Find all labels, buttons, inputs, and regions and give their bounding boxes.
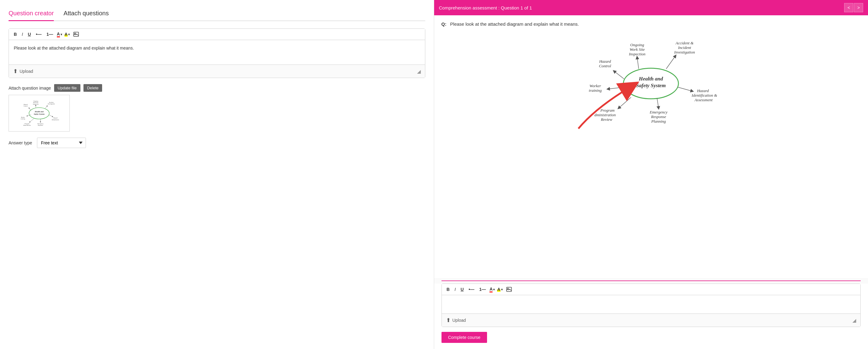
answer-type-label: Answer type [8,140,32,145]
answer-section: B I U •— 1— A ▾ A ▾ [434,284,868,349]
svg-text:Ongoing: Ongoing [630,42,645,47]
svg-line-32 [666,56,675,69]
svg-text:Admin Review: Admin Review [23,124,31,126]
answer-numbered-button[interactable]: 1— [478,286,487,292]
svg-text:Health and: Health and [35,110,44,112]
font-color-button[interactable]: A ▾ [57,31,62,37]
numbered-button[interactable]: 1— [45,31,55,37]
svg-text:Incident: Incident [678,45,691,50]
svg-text:Inspection: Inspection [33,104,39,105]
tabs-container: Question creator Attach questions [8,7,425,21]
question-content: Please look at the attached diagram and … [450,21,579,27]
diagram-container: Health and Safety System Hazard Control … [441,31,861,136]
highlight-button[interactable]: A ▾ [64,32,70,37]
highlight-chevron: ▾ [68,33,70,36]
svg-line-34 [678,87,692,91]
update-file-button[interactable]: Update file [54,84,81,92]
tab-attach-questions[interactable]: Attach questions [64,7,109,21]
answer-editor-content[interactable] [442,295,861,314]
assessment-header: Comprehension assessment : Question 1 of… [434,0,868,15]
svg-text:training: training [21,118,25,119]
svg-text:Hazard: Hazard [697,88,709,93]
svg-text:Assessment: Assessment [694,97,713,102]
svg-line-5 [29,108,31,110]
attach-label-text: Attach question image [8,86,51,91]
svg-text:Control: Control [24,105,28,107]
answer-font-color-chevron: ▾ [493,288,495,291]
prev-arrow-button[interactable]: < [844,3,853,12]
underline-button[interactable]: U [27,31,32,37]
svg-text:Identification: Identification [51,119,59,120]
bullets-button[interactable]: •— [35,31,43,37]
complete-course-button[interactable]: Complete course [441,332,487,343]
svg-text:Response: Response [651,114,666,119]
answer-bullets-button[interactable]: •— [467,286,476,292]
svg-text:Worker: Worker [589,84,601,88]
svg-text:Accident &: Accident & [675,41,694,45]
mini-diagram-svg: Health and Safety System Hazard Control [10,96,68,131]
svg-text:Incident: Incident [49,101,54,103]
svg-text:Emergency: Emergency [649,110,668,114]
divider-line [441,281,861,281]
svg-text:Emergency: Emergency [37,123,44,124]
svg-text:Inspection: Inspection [629,52,645,56]
question-image-thumbnail: Health and Safety System Hazard Control [8,95,70,132]
answer-type-select[interactable]: Free text Multiple choice True/False [37,138,86,148]
svg-text:Safety System: Safety System [34,113,44,115]
svg-text:Identification &: Identification & [691,93,718,97]
editor-toolbar: B I U •— 1— A ▾ A ▾ [9,29,425,40]
left-panel: Question creator Attach questions B I U … [0,0,434,349]
question-editor-box: B I U •— 1— A ▾ A ▾ Please look at [8,28,425,78]
svg-text:Response: Response [38,124,43,126]
svg-text:training: training [589,88,602,93]
next-arrow-button[interactable]: > [854,3,863,12]
right-panel: Comprehension assessment : Question 1 of… [434,0,868,349]
answer-editor-toolbar: B I U •— 1— A ▾ A ▾ [442,284,861,295]
nav-arrows: < > [844,3,863,12]
svg-line-33 [608,87,624,89]
answer-bold-button[interactable]: B [445,286,451,292]
svg-text:Hazard: Hazard [599,59,611,64]
delete-file-button[interactable]: Delete [84,84,102,92]
bold-button[interactable]: B [12,31,18,37]
image-insert-button[interactable] [72,31,80,37]
assessment-title: Comprehension assessment : Question 1 of… [439,5,532,10]
svg-text:Worker: Worker [21,116,25,118]
question-area: Q: Please look at the attached diagram a… [434,15,868,278]
answer-upload-button[interactable]: ⬆ Upload [446,317,466,324]
main-diagram-svg: Health and Safety System Hazard Control … [571,38,731,129]
resize-handle[interactable]: ◢ [417,68,421,74]
svg-text:Control: Control [599,64,611,68]
svg-text:dministration: dministration [594,113,616,117]
answer-upload-icon: ⬆ [446,317,451,324]
answer-highlight-button[interactable]: A ▾ [497,287,502,292]
question-editor-content[interactable]: Please look at the attached diagram and … [9,40,425,64]
answer-type-row: Answer type Free text Multiple choice Tr… [8,138,425,148]
svg-text:Investigation: Investigation [48,103,55,105]
upload-bar: ⬆ Upload ◢ [9,64,425,78]
upload-button[interactable]: ⬆ Upload [13,68,33,75]
answer-highlight-chevron: ▾ [501,288,503,291]
svg-line-31 [637,58,639,69]
answer-upload-bar: ⬆ Upload ◢ [442,314,861,327]
answer-resize-handle[interactable]: ◢ [852,318,856,323]
answer-font-color-button[interactable]: A ▾ [490,287,495,292]
tab-question-creator[interactable]: Question creator [8,7,54,21]
svg-line-9 [49,114,53,117]
svg-line-7 [45,106,48,108]
svg-text:Work Site: Work Site [629,47,645,52]
svg-text:Review: Review [600,117,612,122]
svg-line-11 [30,119,34,122]
answer-italic-button[interactable]: I [454,286,457,292]
q-label: Q: [441,21,447,27]
svg-text:Ongoing: Ongoing [33,100,38,101]
answer-underline-button[interactable]: U [460,286,465,292]
svg-text:Planning: Planning [651,119,666,123]
svg-line-36 [619,97,631,108]
italic-button[interactable]: I [21,31,24,37]
attach-section: Attach question image Update file Delete… [8,84,425,132]
svg-text:Health and: Health and [639,76,663,82]
svg-line-35 [657,98,658,108]
svg-text:Safety System: Safety System [636,83,666,88]
answer-image-button[interactable] [505,286,513,292]
